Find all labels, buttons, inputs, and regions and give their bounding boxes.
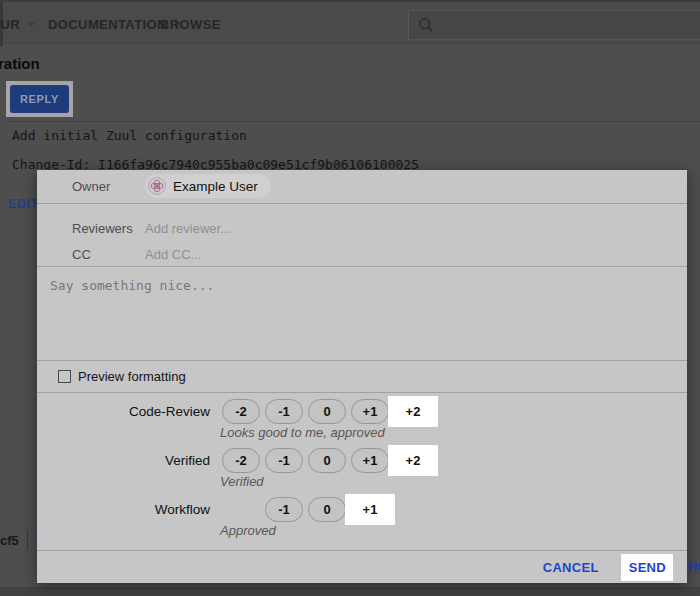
vote-description: Looks good to me, approved <box>220 425 687 441</box>
page-footer-bar <box>0 587 700 596</box>
vote-chip-workflow-+1[interactable]: +1 <box>351 497 389 522</box>
vote-chip-verified-0[interactable]: 0 <box>308 448 346 473</box>
nav-item-browse[interactable]: BROWSE <box>160 2 221 46</box>
vote-chip-workflow--1[interactable]: -1 <box>265 497 303 522</box>
vote-chip-workflow-0[interactable]: 0 <box>308 497 346 522</box>
divider <box>37 203 687 204</box>
vote-chip-verified--1[interactable]: -1 <box>265 448 303 473</box>
vote-chip-code-review-0[interactable]: 0 <box>308 399 346 424</box>
dialog-footer: CANCEL SEND <box>37 551 687 583</box>
vote-group-verified: Verified-2-10+1+2Verified <box>37 447 687 490</box>
add-cc-input[interactable] <box>145 247 667 262</box>
reply-button-spotlight: REPLY <box>6 81 73 117</box>
reviewers-row: Reviewers <box>37 215 687 241</box>
vote-chip-code-review-+2[interactable]: +2 <box>394 399 432 424</box>
vote-label: Code-Review <box>37 404 210 419</box>
vote-description: Verified <box>220 474 687 490</box>
top-nav-bar: OUR DOCUMENTATION BROWSE <box>0 0 700 44</box>
vote-group-workflow: Workflow-10+1Approved <box>37 496 687 539</box>
vote-chip-code-review-+1[interactable]: +1 <box>351 399 389 424</box>
avatar <box>148 177 166 195</box>
reply-button[interactable]: REPLY <box>10 85 69 113</box>
edit-link[interactable]: EDIT <box>8 197 38 211</box>
nav-item-label: BROWSE <box>160 17 221 32</box>
vote-chip-code-review--1[interactable]: -1 <box>265 399 303 424</box>
preview-formatting-row: Preview formatting <box>37 361 687 392</box>
vote-group-code-review: Code-Review-2-10+1+2Looks good to me, ap… <box>37 398 687 441</box>
cancel-button[interactable]: CANCEL <box>543 560 599 575</box>
divider <box>27 530 28 550</box>
search-input[interactable] <box>442 18 700 33</box>
right-edge-link-fragment[interactable]: HO <box>688 560 700 574</box>
divider <box>8 121 700 122</box>
nav-item-your[interactable]: OUR <box>0 2 35 46</box>
reply-message-textarea[interactable] <box>37 267 687 360</box>
owner-name: Example User <box>173 179 258 194</box>
vote-label: Verified <box>37 453 210 468</box>
vote-description: Approved <box>220 523 687 539</box>
cc-label: CC <box>72 247 91 262</box>
vote-chip-code-review--2[interactable]: -2 <box>222 399 260 424</box>
commit-subject: Add initial Zuul configuration <box>12 128 247 143</box>
vote-chip-verified-+2[interactable]: +2 <box>394 448 432 473</box>
commit-hash-fragment: cf5 <box>0 533 19 548</box>
add-reviewer-input[interactable] <box>145 221 667 236</box>
vote-chip-verified--2[interactable]: -2 <box>222 448 260 473</box>
owner-row: Owner Example User <box>37 170 687 203</box>
reply-dialog: Owner Example User Reviewers CC <box>37 170 687 583</box>
preview-formatting-checkbox[interactable] <box>58 370 71 383</box>
reviewers-label: Reviewers <box>72 221 133 236</box>
send-button[interactable]: SEND <box>629 560 666 575</box>
search-icon <box>418 17 434 33</box>
nav-item-label: DOCUMENTATION <box>48 17 167 32</box>
search-box[interactable] <box>408 10 700 40</box>
vote-groups: Code-Review-2-10+1+2Looks good to me, ap… <box>37 393 687 550</box>
preview-formatting-label: Preview formatting <box>78 369 186 384</box>
vote-label: Workflow <box>37 502 210 517</box>
owner-account-chip[interactable]: Example User <box>145 174 271 198</box>
vote-chip-verified-+1[interactable]: +1 <box>351 448 389 473</box>
owner-label: Owner <box>72 179 110 194</box>
nav-item-label: OUR <box>0 17 20 32</box>
chevron-down-icon <box>27 22 35 27</box>
cc-row: CC <box>37 241 687 267</box>
page-title-fragment: ration <box>0 55 40 72</box>
